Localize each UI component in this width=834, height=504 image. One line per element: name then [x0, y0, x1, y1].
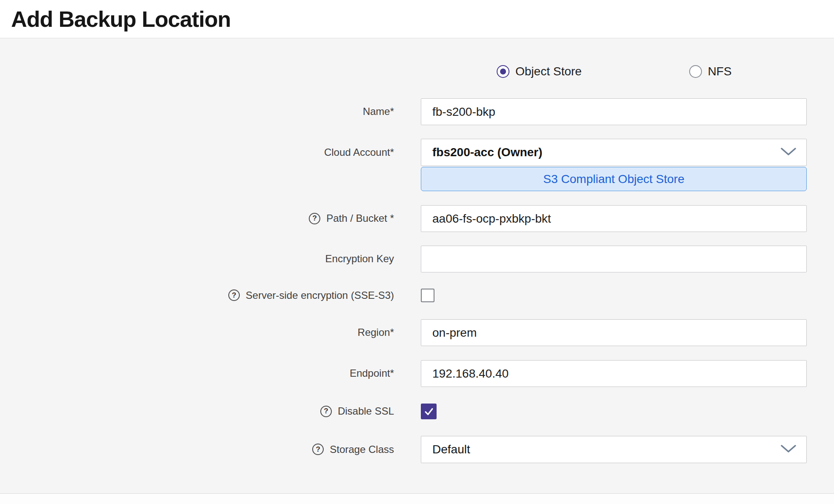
form-row-s3-banner: S3 Compliant Object Store	[0, 173, 834, 191]
endpoint-control-col	[421, 360, 807, 387]
cloud-account-label: Cloud Account*	[324, 146, 394, 159]
path-bucket-control-col	[421, 205, 807, 232]
radio-option-nfs[interactable]: NFS	[689, 65, 732, 78]
form-row-region: Region*	[0, 319, 834, 346]
encryption-key-label: Encryption Key	[325, 253, 394, 265]
encryption-key-control-col	[421, 246, 807, 272]
form-row-storage-class: ? Storage Class Default	[0, 436, 834, 463]
disable-ssl-control-col	[421, 404, 807, 419]
form-row-encryption-key: Encryption Key	[0, 246, 834, 272]
cloud-account-control-col: fbs200-acc (Owner)	[421, 139, 807, 166]
page-title: Add Backup Location	[11, 6, 230, 32]
form-row-disable-ssl: ? Disable SSL	[0, 404, 834, 419]
checkmark-icon	[423, 406, 434, 417]
storage-class-select[interactable]: Default	[421, 436, 807, 463]
sse-label: Server-side encryption (SSE-S3)	[246, 289, 394, 302]
path-bucket-label: Path / Bucket *	[326, 212, 394, 225]
storage-class-value: Default	[432, 443, 470, 456]
region-input[interactable]	[421, 319, 807, 346]
radio-dot	[500, 69, 506, 74]
cloud-account-value: fbs200-acc (Owner)	[432, 146, 542, 159]
cloud-account-select[interactable]: fbs200-acc (Owner)	[421, 139, 807, 166]
form-row-name: Name*	[0, 98, 834, 125]
name-label-col: Name*	[0, 106, 421, 118]
storage-class-control-col: Default	[421, 436, 807, 463]
storage-type-radio-group: Object Store NFS	[0, 64, 834, 79]
s3-banner-control-col: S3 Compliant Object Store	[421, 173, 807, 191]
backup-location-form: Object Store NFS Name* Cloud Account*	[0, 38, 834, 493]
encryption-key-input[interactable]	[421, 246, 807, 272]
page-header: Add Backup Location	[0, 0, 834, 38]
sse-label-col: ? Server-side encryption (SSE-S3)	[0, 289, 421, 302]
region-label-col: Region*	[0, 326, 421, 339]
chevron-down-icon	[781, 444, 796, 455]
region-label: Region*	[358, 326, 394, 339]
region-control-col	[421, 319, 807, 346]
radio-nfs[interactable]	[689, 65, 702, 78]
help-icon[interactable]: ?	[320, 406, 332, 417]
help-icon[interactable]: ?	[228, 289, 240, 301]
disable-ssl-label-col: ? Disable SSL	[0, 405, 421, 418]
radio-option-object-store[interactable]: Object Store	[497, 65, 582, 78]
form-row-cloud-account: Cloud Account* fbs200-acc (Owner)	[0, 139, 834, 166]
sse-checkbox[interactable]	[421, 289, 434, 302]
encryption-key-label-col: Encryption Key	[0, 253, 421, 265]
form-row-sse: ? Server-side encryption (SSE-S3)	[0, 288, 834, 303]
form-row-path-bucket: ? Path / Bucket *	[0, 205, 834, 232]
storage-class-label-col: ? Storage Class	[0, 444, 421, 456]
help-icon[interactable]: ?	[312, 444, 324, 455]
endpoint-label: Endpoint*	[350, 367, 394, 380]
path-bucket-input[interactable]	[421, 205, 807, 232]
endpoint-input[interactable]	[421, 360, 807, 387]
name-label: Name*	[363, 106, 394, 118]
sse-control-col	[421, 289, 807, 302]
form-row-endpoint: Endpoint*	[0, 360, 834, 387]
bottom-divider	[0, 493, 834, 504]
radio-dot	[693, 69, 699, 74]
radio-object-store[interactable]	[497, 65, 509, 78]
storage-class-label: Storage Class	[330, 444, 394, 456]
disable-ssl-label: Disable SSL	[338, 405, 394, 418]
radio-object-store-label: Object Store	[515, 65, 582, 78]
disable-ssl-checkbox[interactable]	[421, 404, 437, 419]
radio-nfs-label: NFS	[708, 65, 732, 78]
endpoint-label-col: Endpoint*	[0, 367, 421, 380]
s3-compliant-object-store-button[interactable]: S3 Compliant Object Store	[421, 167, 807, 191]
help-icon[interactable]: ?	[309, 213, 320, 224]
chevron-down-icon	[781, 147, 796, 158]
name-input[interactable]	[421, 98, 807, 125]
path-bucket-label-col: ? Path / Bucket *	[0, 212, 421, 225]
add-backup-location-page: Add Backup Location Object Store NFS Nam…	[0, 0, 834, 504]
cloud-account-label-col: Cloud Account*	[0, 146, 421, 159]
name-control-col	[421, 98, 807, 125]
